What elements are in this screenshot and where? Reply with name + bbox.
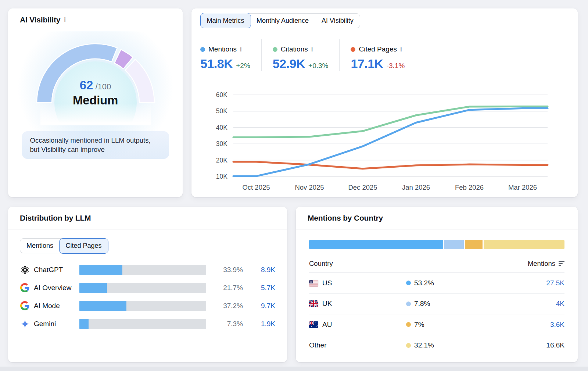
llm-count-link[interactable]: 9.7K [243, 302, 275, 310]
llm-row-ai-overview: AI Overview 21.7% 5.7K [20, 279, 275, 297]
svg-text:Oct 2025: Oct 2025 [242, 183, 270, 191]
country-code: Other [309, 341, 327, 349]
llm-row-chatgpt: ChatGPT 33.9% 8.9K [20, 261, 275, 279]
gauge-score-block: 62/100 Medium [33, 78, 158, 107]
country-code: UK [322, 300, 332, 308]
google-icon [20, 301, 30, 311]
llm-percent: 7.3% [206, 320, 243, 328]
country-percent: 7.8% [414, 300, 430, 308]
country-dot-icon [406, 281, 411, 285]
page-bottom-strip [0, 367, 588, 371]
llm-count-link[interactable]: 5.7K [243, 284, 275, 292]
stacked-segment-au [465, 240, 483, 249]
svg-text:10K: 10K [216, 173, 227, 180]
llm-row-gemini: Gemini 7.3% 1.9K [20, 315, 275, 333]
llm-percent: 37.2% [206, 302, 243, 310]
gauge-score: 62 [80, 78, 93, 92]
stacked-segment-uk [444, 240, 464, 249]
country-code: US [322, 279, 332, 287]
ai-visibility-card-header: AI Visibility i [8, 8, 183, 31]
gauge-score-max: /100 [95, 82, 111, 91]
country-percent: 32.1% [414, 341, 434, 349]
metrics-tabs-header: Main Metrics Monthly Audience AI Visibil… [191, 8, 578, 33]
llm-percent: 33.9% [206, 266, 243, 274]
metric-cited-pages: Cited Pages i 17.1K -3.1% [339, 39, 416, 71]
tab-cited-pages[interactable]: Cited Pages [59, 238, 108, 254]
country-mentions-link[interactable]: 4K [556, 300, 564, 308]
info-icon[interactable]: i [311, 46, 313, 53]
country-row-uk: UK 7.8% 4K [309, 294, 564, 315]
country-mentions-link[interactable]: 27.5K [546, 279, 564, 287]
stacked-segment-other [484, 240, 564, 249]
svg-text:20K: 20K [216, 157, 227, 164]
country-column-header: Country [309, 260, 333, 268]
llm-bar-track [79, 283, 206, 293]
svg-text:50K: 50K [216, 107, 227, 115]
metric-value: 52.9K [273, 57, 305, 71]
country-dot-icon [406, 322, 411, 327]
main-metrics-card: Main Metrics Monthly Audience AI Visibil… [191, 8, 578, 197]
uk-flag-icon [309, 300, 318, 307]
mentions-column-header[interactable]: Mentions [528, 260, 564, 268]
llm-bar-fill [79, 301, 126, 311]
country-stacked-bar [309, 240, 564, 249]
tab-main-metrics[interactable]: Main Metrics [200, 13, 251, 28]
gemini-icon [20, 319, 30, 329]
distribution-tab-group: Mentions Cited Pages [20, 238, 108, 253]
svg-text:60K: 60K [216, 91, 227, 99]
llm-bar-track [79, 319, 206, 329]
cited-pages-dot-icon [351, 47, 355, 52]
country-row-other: Other 32.1% 16.6K [309, 335, 564, 356]
metric-value: 17.1K [351, 57, 383, 71]
info-icon[interactable]: i [240, 46, 242, 53]
llm-count-link[interactable]: 1.9K [243, 320, 275, 328]
metric-value: 51.8K [200, 57, 233, 71]
country-percent: 53.2% [414, 279, 434, 287]
llm-label: ChatGPT [34, 266, 79, 274]
citations-dot-icon [273, 47, 277, 52]
metrics-tab-group: Main Metrics Monthly Audience AI Visibil… [200, 13, 360, 28]
svg-text:Mar 2026: Mar 2026 [508, 183, 537, 191]
country-row-us: US 53.2% 27.5K [309, 273, 564, 294]
country-table-header: Country Mentions [309, 260, 564, 268]
metric-label: Mentions [208, 45, 237, 53]
country-card-title: Mentions by Country [308, 214, 383, 222]
llm-bar-track [79, 301, 206, 311]
metrics-line-chart: 60K50K40K30K20K10KOct 2025Nov 2025Dec 20… [191, 82, 578, 193]
svg-text:Jan 2026: Jan 2026 [402, 183, 430, 191]
svg-text:Dec 2025: Dec 2025 [348, 183, 377, 191]
us-flag-icon [309, 280, 318, 286]
chatgpt-icon [20, 265, 30, 275]
llm-row-ai-mode: AI Mode 37.2% 9.7K [20, 297, 275, 315]
distribution-card-header: Distribution by LLM [8, 207, 287, 229]
tab-mentions[interactable]: Mentions [20, 239, 60, 253]
llm-percent: 21.7% [206, 284, 243, 292]
gauge-score-line: 62/100 [33, 78, 158, 92]
metric-label: Cited Pages [359, 45, 397, 53]
mentions-by-country-card: Mentions by Country Country Mentions [296, 207, 578, 362]
llm-rows: ChatGPT 33.9% 8.9K AI Overview 21.7% [20, 261, 275, 333]
country-mentions-value: 16.6K [546, 341, 564, 349]
ai-visibility-dashboard: { "ai_visibility": { "title": "AI Visibi… [0, 0, 588, 371]
metric-citations: Citations i 52.9K +0.3% [261, 39, 340, 71]
country-dot-icon [406, 302, 411, 306]
svg-text:Feb 2026: Feb 2026 [455, 183, 484, 191]
tab-monthly-audience[interactable]: Monthly Audience [250, 14, 315, 28]
llm-count-link[interactable]: 8.9K [243, 266, 275, 274]
google-icon [20, 283, 30, 293]
metric-delta: +2% [236, 62, 250, 70]
country-percent: 7% [414, 321, 424, 329]
info-icon[interactable]: i [64, 17, 66, 23]
country-code: AU [322, 321, 332, 329]
tab-ai-visibility[interactable]: AI Visibility [315, 14, 360, 28]
metrics-summary-row: Mentions i 51.8K +2% Citations i 52.9K +… [200, 39, 569, 71]
distribution-title: Distribution by LLM [20, 214, 91, 222]
ai-visibility-card: AI Visibility i [8, 8, 183, 197]
country-mentions-link[interactable]: 3.6K [550, 321, 564, 329]
country-row-au: AU 7% 3.6K [309, 314, 564, 335]
llm-label: AI Mode [34, 302, 79, 310]
mentions-dot-icon [200, 47, 205, 52]
sort-icon[interactable] [559, 261, 564, 266]
info-icon[interactable]: i [400, 46, 402, 53]
au-flag-icon [309, 321, 318, 328]
